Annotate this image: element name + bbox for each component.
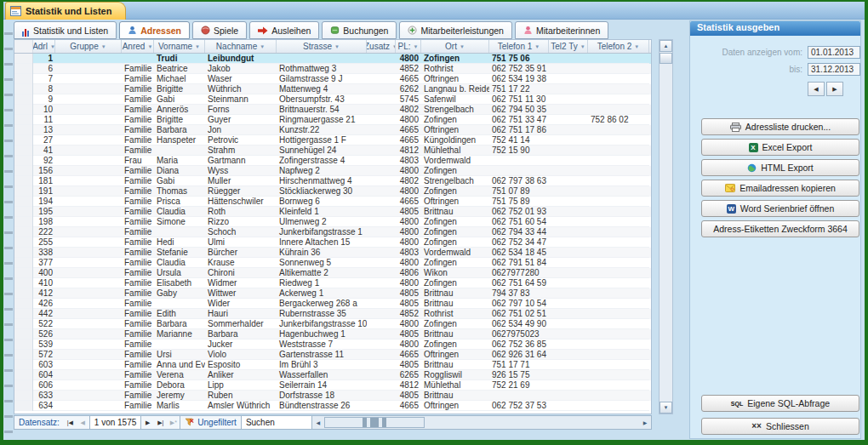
table-cell[interactable]: 4852 [396, 309, 421, 319]
table-cell[interactable] [549, 125, 588, 135]
table-cell[interactable]: 377 [33, 258, 55, 268]
table-cell[interactable]: Brittnau [421, 207, 489, 217]
table-cell[interactable] [367, 166, 396, 176]
table-cell[interactable] [549, 145, 588, 156]
table-cell[interactable]: Schoch [205, 227, 277, 237]
table-cell[interactable]: 6265 [396, 370, 421, 380]
table-cell[interactable]: Bündtenstrasse 26 [277, 401, 367, 411]
table-row[interactable]: 377FamilieClaudiaKrauseSonnenweg 54800Zo… [14, 258, 651, 268]
table-cell[interactable]: 338 [33, 248, 55, 258]
table-cell[interactable]: 526 [33, 329, 55, 339]
table-cell[interactable]: Hottigergasse 1 F [277, 135, 367, 145]
new-record-button[interactable]: ▶* [167, 416, 180, 429]
table-cell[interactable]: Rüegger [205, 186, 277, 197]
record-selector[interactable] [14, 186, 33, 197]
table-cell[interactable]: Familie [122, 217, 154, 227]
table-cell[interactable] [367, 135, 396, 145]
table-cell[interactable]: Brigitte [154, 84, 205, 94]
table-cell[interactable]: 751 17 71 [489, 360, 549, 370]
table-cell[interactable]: Petrovic [205, 135, 277, 145]
table-cell[interactable] [549, 370, 588, 380]
table-cell[interactable]: 794 37 83 [489, 288, 549, 299]
table-cell[interactable]: Waser [205, 74, 277, 84]
table-cell[interactable] [549, 94, 588, 105]
table-cell[interactable]: 062 752 36 85 [489, 339, 549, 350]
table-cell[interactable] [588, 74, 649, 84]
table-cell[interactable] [588, 135, 649, 145]
column-header-vorname[interactable]: Vorname▼ [154, 40, 205, 53]
table-cell[interactable]: Familie [122, 360, 154, 370]
table-cell[interactable]: 603 [33, 360, 55, 370]
table-cell[interactable]: Sonnenweg 5 [277, 258, 367, 268]
table-cell[interactable] [549, 237, 588, 248]
table-cell[interactable] [154, 145, 205, 156]
table-cell[interactable]: Maria [154, 156, 205, 166]
table-cell[interactable]: Hirschenmattweg 4 [277, 176, 367, 186]
table-cell[interactable]: Brittnauerstr. 54 [277, 105, 367, 115]
table-cell[interactable] [549, 105, 588, 115]
table-cell[interactable]: Seilerrain 14 [277, 380, 367, 391]
record-selector[interactable] [14, 309, 33, 319]
table-cell[interactable]: 27 [33, 135, 55, 145]
table-cell[interactable] [122, 54, 154, 64]
table-cell[interactable] [367, 288, 396, 299]
table-cell[interactable] [55, 84, 122, 94]
table-cell[interactable] [55, 288, 122, 299]
table-cell[interactable] [367, 268, 396, 278]
column-header-adrl[interactable]: Adrl▼ [33, 40, 55, 53]
table-cell[interactable] [55, 401, 122, 411]
table-cell[interactable] [588, 207, 649, 217]
table-cell[interactable] [55, 156, 122, 166]
filter-status[interactable]: Ungefiltert [180, 416, 241, 429]
table-cell[interactable]: Familie [122, 145, 154, 156]
table-cell[interactable]: 92 [33, 156, 55, 166]
table-row[interactable]: 195FamilieClaudiaRothKleinfeld 14805Brit… [14, 207, 651, 217]
table-cell[interactable] [549, 115, 588, 125]
table-cell[interactable]: 13 [33, 125, 55, 135]
scroll-right-button[interactable]: ▶ [639, 416, 651, 429]
table-row[interactable]: 606FamilieDeboraLippSeilerrain 144812Müh… [14, 380, 651, 391]
table-cell[interactable]: Kunzstr.22 [277, 125, 367, 135]
search-box[interactable] [241, 416, 311, 429]
table-cell[interactable]: 195 [33, 207, 55, 217]
table-cell[interactable]: Gilamstrasse 9 J [277, 74, 367, 84]
record-selector[interactable] [14, 299, 33, 309]
table-cell[interactable]: Familie [122, 278, 154, 288]
table-cell[interactable]: Familie [122, 329, 154, 339]
column-header-tel2-ty[interactable]: Tel2 Ty▼ [549, 40, 588, 53]
table-cell[interactable]: Wasserfallen [277, 370, 367, 380]
table-cell[interactable]: Annerös [154, 105, 205, 115]
table-row[interactable]: 442FamilieEdithHauriRubernstrasse 354852… [14, 309, 651, 319]
table-cell[interactable]: 4802 [396, 105, 421, 115]
table-cell[interactable] [55, 268, 122, 278]
table-cell[interactable]: Zofingerstrasse 4 [277, 156, 367, 166]
table-cell[interactable]: 606 [33, 380, 55, 391]
table-cell[interactable]: Lipp [205, 380, 277, 391]
table-cell[interactable] [154, 299, 205, 309]
scroll-left-button[interactable]: ◀ [312, 416, 324, 429]
record-selector[interactable] [14, 227, 33, 237]
horizontal-scrollbar[interactable]: ◀ ▶ [311, 416, 651, 429]
table-cell[interactable]: Familie [122, 370, 154, 380]
table-cell[interactable]: 4800 [396, 339, 421, 350]
table-cell[interactable] [588, 380, 649, 391]
table-row[interactable]: 7FamilieMichaelWaserGilamstrasse 9 J4665… [14, 74, 651, 84]
table-cell[interactable] [588, 339, 649, 350]
table-cell[interactable] [588, 105, 649, 115]
table-cell[interactable] [367, 105, 396, 115]
table-row[interactable]: 194FamiliePriscaHättenschwilerBornweg 64… [14, 197, 651, 207]
table-cell[interactable]: 5745 [396, 94, 421, 105]
table-cell[interactable]: Frau [122, 156, 154, 166]
table-cell[interactable]: 062 751 02 51 [489, 309, 549, 319]
adressliste-drucken-button[interactable]: Adressliste drucken... [701, 118, 859, 135]
table-row[interactable]: 8FamilieBrigitteWüthrichMattenweg 46262L… [14, 84, 651, 94]
table-cell[interactable]: Familie [122, 105, 154, 115]
table-cell[interactable]: Brigitte [154, 115, 205, 125]
table-cell[interactable]: Oftringen [421, 125, 489, 135]
table-cell[interactable]: Familie [122, 319, 154, 329]
table-cell[interactable] [549, 350, 588, 360]
table-cell[interactable]: 4800 [396, 54, 421, 64]
table-cell[interactable] [549, 391, 588, 401]
record-selector[interactable] [14, 166, 33, 176]
table-cell[interactable] [367, 197, 396, 207]
